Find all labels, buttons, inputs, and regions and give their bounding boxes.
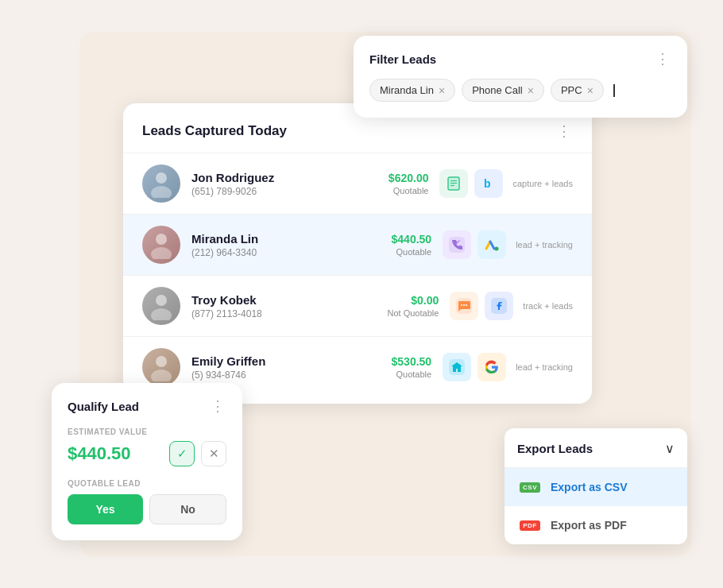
filter-chip-phone-call[interactable]: Phone Call × xyxy=(462,79,544,102)
qualify-value-row: $440.50 ✓ ✕ xyxy=(68,441,226,466)
leads-card-more-button[interactable]: ⋮ xyxy=(557,122,573,140)
google-ads-icon-miranda xyxy=(477,230,506,259)
pdf-badge: PDF xyxy=(520,520,540,531)
lead-amount-miranda: $440.50 xyxy=(368,233,431,246)
filter-chips: Miranda Lin × Phone Call × PPC × xyxy=(369,79,671,102)
avatar-jon xyxy=(142,164,180,203)
export-title: Export Leads xyxy=(517,442,593,455)
text-cursor xyxy=(613,84,615,97)
facebook-icon-troy xyxy=(485,292,513,320)
lead-icons-troy: track + leads xyxy=(450,292,573,320)
chip-remove-ppc[interactable]: × xyxy=(587,85,593,96)
chip-remove-miranda[interactable]: × xyxy=(439,85,445,96)
lead-status-miranda: Quotable xyxy=(368,247,431,257)
chip-label-phone-call: Phone Call xyxy=(472,84,523,96)
avatar-troy xyxy=(142,287,180,325)
filter-title: Filter Leads xyxy=(369,52,436,66)
lead-value-troy: $0.00 Not Quotable xyxy=(375,294,439,318)
qualify-check-button[interactable]: ✓ xyxy=(169,441,195,466)
qualify-lead-card: Qualify Lead ⋮ ESTIMATED VALUE $440.50 ✓… xyxy=(52,383,242,540)
lead-status-emily: Quotable xyxy=(368,369,431,379)
leads-card: Leads Captured Today ⋮ Jon Rodriguez (65… xyxy=(123,103,592,404)
svg-point-9 xyxy=(151,247,172,259)
lead-phone-miranda: (212) 964-3340 xyxy=(191,247,357,258)
lead-amount-emily: $530.50 xyxy=(368,355,431,368)
csv-badge: CSV xyxy=(520,482,540,493)
lead-icons-emily: lead + tracking xyxy=(443,353,573,381)
lead-value-emily: $530.50 Quotable xyxy=(368,355,431,379)
qualify-title: Qualify Lead xyxy=(68,400,139,413)
lead-info-troy: Troy Kobek (877) 2113-4018 xyxy=(191,293,364,319)
svg-point-15 xyxy=(461,304,462,306)
qualify-amount: $440.50 xyxy=(68,443,163,464)
svg-point-8 xyxy=(156,234,167,245)
qualify-buttons: Yes No xyxy=(68,494,226,524)
filter-chip-ppc[interactable]: PPC × xyxy=(551,79,604,102)
filter-more-button[interactable]: ⋮ xyxy=(655,50,671,68)
csv-badge-wrap: CSV xyxy=(517,478,543,497)
lead-phone-emily: (5) 934-8746 xyxy=(191,369,357,381)
export-csv-option[interactable]: CSV Export as CSV xyxy=(505,468,687,506)
lead-info-miranda: Miranda Lin (212) 964-3340 xyxy=(191,232,357,258)
chip-remove-phone-call[interactable]: × xyxy=(528,85,534,96)
export-csv-label: Export as CSV xyxy=(551,481,627,493)
lead-info-jon: Jon Rodriguez (651) 789-9026 xyxy=(191,171,354,197)
lead-name-jon: Jon Rodriguez xyxy=(191,171,354,184)
svg-text:b: b xyxy=(484,177,491,190)
filter-leads-card: Filter Leads ⋮ Miranda Lin × Phone Call … xyxy=(354,36,687,118)
lead-row-jon[interactable]: Jon Rodriguez (651) 789-9026 $620.00 Quo… xyxy=(123,153,592,214)
lead-phone-troy: (877) 2113-4018 xyxy=(191,308,364,319)
lead-row-miranda[interactable]: Miranda Lin (212) 964-3340 $440.50 Quota… xyxy=(123,214,592,275)
estimated-value-label: ESTIMATED VALUE xyxy=(68,427,226,436)
lead-name-troy: Troy Kobek xyxy=(191,293,364,307)
svg-rect-10 xyxy=(449,237,465,253)
chip-label-ppc: PPC xyxy=(561,84,582,96)
qualify-no-button[interactable]: No xyxy=(149,494,226,524)
qualify-more-button[interactable]: ⋮ xyxy=(211,397,226,415)
form-icon-jon xyxy=(439,169,468,198)
quotable-label: QUOTABLE LEAD xyxy=(68,479,226,488)
export-pdf-option[interactable]: PDF Export as PDF xyxy=(505,506,687,544)
lead-status-troy: Not Quotable xyxy=(375,308,439,318)
svg-point-19 xyxy=(156,356,167,367)
chip-label-miranda: Miranda Lin xyxy=(380,84,434,96)
avatar-emily xyxy=(142,348,180,386)
filter-chip-miranda[interactable]: Miranda Lin × xyxy=(369,79,455,102)
lead-tag-troy: track + leads xyxy=(523,301,573,311)
svg-point-0 xyxy=(156,172,167,184)
google-icon-emily xyxy=(477,353,506,381)
leads-card-header: Leads Captured Today ⋮ xyxy=(123,122,592,153)
lead-status-jon: Quotable xyxy=(365,186,428,195)
chat-icon-troy xyxy=(450,292,478,320)
lead-tag-emily: lead + tracking xyxy=(516,362,573,372)
lead-info-emily: Emily Griffen (5) 934-8746 xyxy=(191,354,357,381)
svg-point-11 xyxy=(495,247,499,251)
svg-point-1 xyxy=(151,186,172,198)
lead-value-jon: $620.00 Quotable xyxy=(365,172,428,195)
leads-card-title: Leads Captured Today xyxy=(142,123,287,139)
lead-row-troy[interactable]: Troy Kobek (877) 2113-4018 $0.00 Not Quo… xyxy=(123,275,592,336)
svg-point-12 xyxy=(156,295,167,306)
phone-icon-miranda xyxy=(443,230,471,259)
lead-tag-jon: capture + leads xyxy=(512,179,573,188)
svg-point-16 xyxy=(463,304,465,306)
qualify-x-button[interactable]: ✕ xyxy=(201,441,226,466)
lead-icons-miranda: lead + tracking xyxy=(443,230,573,259)
svg-point-13 xyxy=(151,308,172,320)
avatar-miranda xyxy=(142,226,180,264)
lead-amount-jon: $620.00 xyxy=(365,172,428,184)
pdf-badge-wrap: PDF xyxy=(517,516,543,535)
house-icon-emily xyxy=(443,353,471,381)
svg-point-17 xyxy=(466,304,467,306)
svg-point-20 xyxy=(151,369,172,381)
lead-name-miranda: Miranda Lin xyxy=(191,232,357,246)
lead-icons-jon: b capture + leads xyxy=(439,169,573,198)
export-header[interactable]: Export Leads ∨ xyxy=(505,428,687,468)
filter-header: Filter Leads ⋮ xyxy=(369,50,671,68)
lead-value-miranda: $440.50 Quotable xyxy=(368,233,431,257)
qualify-yes-button[interactable]: Yes xyxy=(68,494,143,524)
lead-tag-miranda: lead + tracking xyxy=(516,240,573,250)
bing-icon-jon: b xyxy=(474,169,503,198)
lead-amount-troy: $0.00 xyxy=(375,294,439,307)
export-leads-card: Export Leads ∨ CSV Export as CSV PDF Exp… xyxy=(505,428,687,544)
